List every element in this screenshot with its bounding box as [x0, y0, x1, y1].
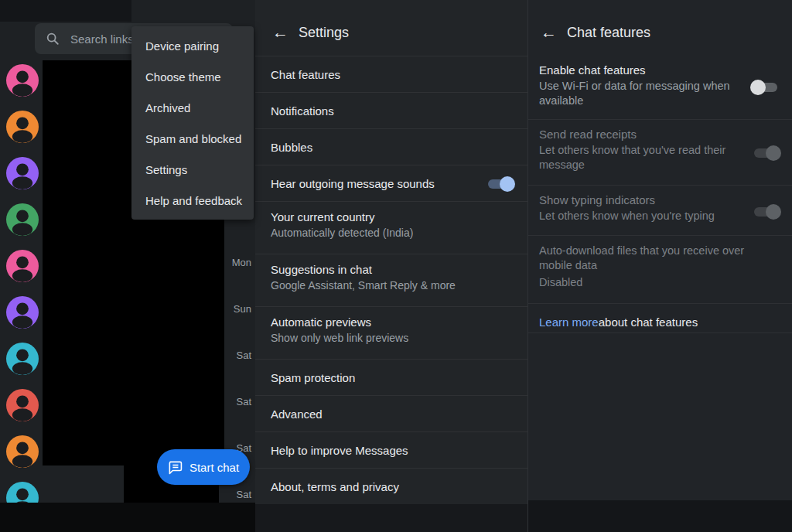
avatar: [6, 343, 39, 375]
settings-item-advanced[interactable]: Advanced: [255, 396, 527, 432]
bottom-strip: [528, 500, 792, 532]
start-chat-button[interactable]: Start chat: [157, 449, 250, 485]
search-placeholder: Search links: [70, 32, 134, 46]
menu-item-settings[interactable]: Settings: [131, 154, 254, 185]
person-icon: [6, 389, 39, 421]
settings-item-help-improve[interactable]: Help to improve Messages: [255, 432, 527, 469]
settings-item-spam-protection[interactable]: Spam protection: [255, 360, 527, 396]
learn-more-link[interactable]: Learn more: [539, 315, 599, 329]
avatar: [6, 250, 39, 282]
date-label: Sat: [236, 489, 251, 500]
person-icon: [6, 435, 39, 468]
person-icon: [6, 296, 39, 329]
back-arrow-icon[interactable]: ←: [272, 23, 299, 42]
messages-app: MonSunSatSatSatSat Search links Start ch…: [0, 0, 792, 532]
settings-item-suggestions[interactable]: Suggestions in chat Google Assistant, Sm…: [255, 254, 527, 307]
send-read-receipts-row: Send read receipts Let others know that …: [528, 120, 792, 186]
show-typing-indicators-row: Show typing indicators Let others know w…: [528, 186, 792, 236]
learn-more-text: about chat features: [599, 315, 698, 329]
menu-item-archived[interactable]: Archived: [131, 92, 254, 123]
redacted-block: [0, 503, 255, 532]
avatar: [6, 157, 39, 189]
avatar: [6, 389, 39, 421]
date-label: Sun: [234, 303, 251, 315]
person-icon: [6, 64, 39, 97]
start-chat-label: Start chat: [189, 461, 239, 474]
settings-list: Chat features Notifications Bubbles Hear…: [255, 56, 527, 505]
settings-item-notifications[interactable]: Notifications: [255, 93, 527, 129]
auto-download-row: Auto-download files that you receive ove…: [528, 236, 792, 304]
back-arrow-icon[interactable]: ←: [541, 23, 567, 42]
conversation-list-panel: MonSunSatSatSatSat Search links Start ch…: [0, 0, 255, 532]
settings-item-about[interactable]: About, terms and privacy: [255, 469, 527, 505]
menu-item-spam-and-blocked[interactable]: Spam and blocked: [131, 123, 254, 154]
show-typing-indicators-toggle: [752, 204, 781, 220]
date-label: Sat: [236, 350, 251, 361]
person-icon: [6, 111, 39, 143]
avatar: [6, 203, 39, 236]
message-icon: [168, 460, 183, 475]
person-icon: [6, 250, 39, 282]
chat-features-header: ← Chat features: [528, 0, 792, 56]
chat-features-panel: ← Chat features Enable chat features Use…: [527, 0, 792, 532]
menu-item-choose-theme[interactable]: Choose theme: [131, 61, 254, 92]
settings-header: ← Settings: [255, 0, 527, 56]
chat-features-title: Chat features: [567, 25, 650, 41]
overflow-menu: Device pairing Choose theme Archived Spa…: [131, 26, 254, 220]
avatar: [6, 296, 39, 329]
settings-item-current-country[interactable]: Your current country Automatically detec…: [255, 202, 527, 254]
settings-item-chat-features[interactable]: Chat features: [255, 56, 527, 93]
auto-download-status: Disabled: [539, 276, 777, 288]
settings-item-automatic-previews[interactable]: Automatic previews Show only web link pr…: [255, 307, 527, 360]
person-icon: [6, 157, 39, 189]
search-icon: [46, 32, 60, 46]
settings-item-hear-sounds[interactable]: Hear outgoing message sounds: [255, 165, 527, 202]
menu-item-device-pairing[interactable]: Device pairing: [131, 30, 254, 61]
person-icon: [6, 203, 39, 236]
avatar: [6, 111, 39, 143]
bottom-strip: [255, 504, 527, 532]
date-label: Sat: [236, 396, 251, 408]
hear-sounds-toggle[interactable]: [486, 176, 515, 192]
avatar: [6, 64, 39, 97]
avatar: [6, 435, 39, 468]
settings-title: Settings: [299, 25, 349, 41]
learn-more-row: Learn more about chat features: [528, 304, 792, 333]
date-label: Mon: [232, 257, 251, 268]
top-strip: [0, 0, 131, 22]
send-read-receipts-toggle: [752, 145, 781, 161]
settings-item-bubbles[interactable]: Bubbles: [255, 129, 527, 165]
menu-item-help-and-feedback[interactable]: Help and feedback: [131, 185, 254, 216]
enable-chat-features-toggle[interactable]: [750, 80, 780, 95]
person-icon: [6, 343, 39, 375]
settings-panel: ← Settings Chat features Notifications B…: [255, 0, 527, 532]
enable-chat-features-row[interactable]: Enable chat features Use Wi-Fi or data f…: [528, 56, 792, 120]
